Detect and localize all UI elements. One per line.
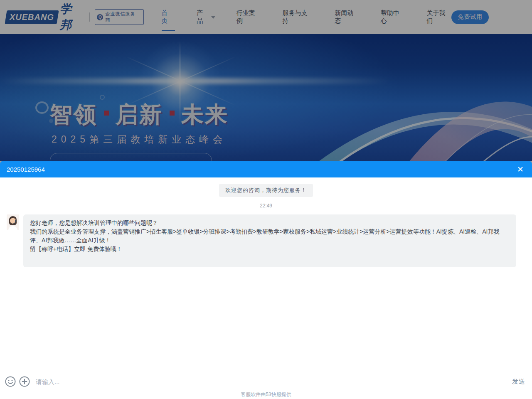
emoji-smiley-icon [5,376,16,387]
agent-avatar [7,214,19,230]
message-line: 留【称呼+电话】立即 免费体验哦！ [30,245,510,254]
provider-footer: 客服软件由53快服提供 [0,390,532,399]
plus-circle-icon [19,376,30,387]
page: XUEBANG 学邦 Q 企业微信服务商 首 页 产品 行业案例 服务与支持 [0,0,532,399]
close-button[interactable]: ✕ [515,165,525,174]
chat-widget: 20250125964 ✕ 欢迎您的咨询，期待为您服务！ 22:49 [0,161,532,399]
chat-header: 20250125964 ✕ [0,161,532,177]
provider-note: 客服软件由53快服提供 [241,392,291,397]
system-welcome-message: 欢迎您的咨询，期待为您服务！ [219,184,313,197]
message-line: 我们的系统是全业务管理支撑，涵盖营销推广>招生客服>签单收银>分班排课>考勤扣费… [30,227,510,245]
message-timestamp: 22:49 [0,203,532,209]
close-icon: ✕ [517,165,524,174]
emoji-button[interactable] [4,375,17,388]
chat-message-input[interactable] [36,378,511,385]
attachment-add-button[interactable] [18,375,31,388]
agent-message-row: 您好老师，您是想解决培训管理中的哪些问题呢？ 我们的系统是全业务管理支撑，涵盖营… [7,214,516,267]
chat-input-bar: 发送 [0,373,532,390]
message-line: 您好老师，您是想解决培训管理中的哪些问题呢？ [30,219,510,227]
send-button[interactable]: 发送 [511,376,526,387]
agent-message-bubble: 您好老师，您是想解决培训管理中的哪些问题呢？ 我们的系统是全业务管理支撑，涵盖营… [23,214,516,267]
chat-session-id: 20250125964 [7,166,45,173]
chat-message-area: 欢迎您的咨询，期待为您服务！ 22:49 您好 [0,177,532,373]
avatar-illustration [7,214,19,230]
